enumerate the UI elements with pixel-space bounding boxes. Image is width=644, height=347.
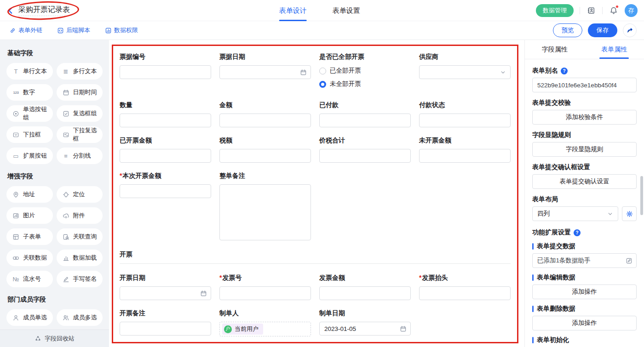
layout-settings-button[interactable] — [622, 206, 637, 221]
order-note-textarea[interactable] — [219, 184, 311, 240]
field-dropdown[interactable]: 下拉框 — [6, 126, 53, 143]
back-button[interactable] — [6, 6, 15, 15]
help-icon[interactable]: ? — [561, 68, 568, 74]
scrollbar-thumb[interactable] — [640, 176, 643, 215]
field-current-invoice-amount[interactable]: * 本次开票金额 — [120, 172, 211, 240]
data-permission-button[interactable]: 数据权限 — [105, 26, 138, 34]
supplier-select[interactable] — [419, 65, 511, 79]
field-order-note[interactable]: 整单备注 — [219, 172, 311, 240]
layout-select[interactable]: 四列 — [532, 206, 618, 221]
user-tag-icon: 户 — [224, 325, 232, 333]
create-date-input[interactable]: 2023-01-05 — [319, 322, 411, 336]
field-recycle-bin[interactable]: 字段回收站 — [0, 330, 109, 347]
contacts-book-icon[interactable] — [586, 6, 596, 16]
form-alias-input[interactable]: 522b9e101fe6e3e1ebb450f4 — [532, 78, 637, 92]
notification-bell-icon[interactable] — [609, 6, 619, 16]
tab-form-properties[interactable]: 表单属性 — [585, 40, 644, 59]
share-button[interactable] — [623, 23, 637, 37]
field-address[interactable]: 地址 — [6, 186, 53, 203]
current-user-tag[interactable]: 户 当前用户 — [222, 324, 263, 335]
help-icon[interactable]: ? — [574, 229, 581, 236]
field-create-date[interactable]: 制单日期 2023-01-05 — [319, 309, 411, 336]
invoice-note-input[interactable] — [120, 322, 211, 336]
invoice-date-input[interactable] — [120, 286, 211, 300]
invoice-amount-input[interactable] — [319, 286, 411, 300]
field-total-with-tax[interactable]: 价税合计 — [319, 137, 411, 163]
field-single-line-text[interactable]: T 单行文本 — [6, 63, 53, 80]
bill-date-input[interactable] — [219, 65, 311, 79]
visibility-rules-button[interactable]: 字段显隐规则 — [532, 142, 637, 157]
uninvoiced-amount-input[interactable] — [419, 149, 511, 163]
field-signature[interactable]: 手写签名 — [57, 271, 103, 287]
total-with-tax-input[interactable] — [319, 149, 411, 163]
invoiced-amount-input[interactable] — [120, 149, 211, 163]
enhanced-fields-grid: 地址 定位 图片 附件 子表单 关联查询 关联数据 数据加载 — [6, 186, 103, 287]
field-invoice-amount[interactable]: 发票金额 — [319, 274, 411, 300]
data-manage-button[interactable]: 数据管理 — [536, 4, 574, 17]
field-extend-button[interactable]: ▭ 扩展按钮 — [6, 148, 53, 164]
section-divider-invoice[interactable]: 开票 — [120, 250, 511, 264]
external-link-button[interactable]: 表单外链 — [9, 26, 42, 34]
field-invoiced-amount[interactable]: 已开票金额 — [120, 137, 211, 163]
invoice-no-input[interactable] — [219, 286, 311, 300]
field-supplier[interactable]: 供应商 — [419, 53, 511, 88]
edit-data-add-button[interactable]: 添加操作 — [532, 284, 637, 299]
submit-data-assistant[interactable]: 已添加1条数据助手 — [532, 253, 637, 268]
field-fully-invoiced[interactable]: 是否已全部开票 已全部开票 未全部开票 — [319, 53, 411, 88]
field-uninvoiced-amount[interactable]: 未开票金额 — [419, 137, 511, 163]
field-invoice-date[interactable]: 开票日期 — [120, 274, 211, 300]
field-datetime[interactable]: 日期时间 — [57, 84, 103, 101]
form-title[interactable]: 采购开票记录表 — [18, 5, 70, 16]
paid-input[interactable] — [319, 114, 411, 127]
field-dropdown-multi[interactable]: 下拉复选框 — [57, 126, 103, 143]
preview-button[interactable]: 预览 — [553, 23, 582, 37]
field-bill-date[interactable]: 票据日期 — [219, 53, 311, 88]
field-member-single[interactable]: 成员单选 — [6, 309, 53, 326]
bill-no-input[interactable] — [120, 65, 211, 79]
form-design-canvas[interactable]: 票据编号 票据日期 是否已全部开票 已全部开票 未全 — [109, 40, 524, 347]
avatar[interactable]: 存 — [625, 4, 638, 17]
field-data-load[interactable]: 数据加载 — [57, 250, 103, 266]
submit-confirm-button[interactable]: 表单提交确认设置 — [532, 174, 637, 189]
tab-form-settings[interactable]: 表单设置 — [333, 0, 360, 21]
amount-input[interactable] — [219, 114, 311, 127]
creator-input[interactable]: 户 当前用户 — [219, 322, 311, 336]
field-divider[interactable]: ≡ 分割线 — [57, 148, 103, 164]
field-location[interactable]: 定位 — [57, 186, 103, 203]
field-multi-line-text[interactable]: ≣ 多行文本 — [57, 63, 103, 80]
field-quantity[interactable]: 数量 — [120, 101, 211, 127]
tab-field-properties[interactable]: 字段属性 — [525, 40, 585, 59]
add-validation-button[interactable]: 添加校验条件 — [532, 110, 637, 125]
current-invoice-amount-input[interactable] — [120, 184, 211, 198]
tax-input[interactable] — [219, 149, 311, 163]
save-button[interactable]: 保存 — [588, 23, 617, 37]
field-attachment[interactable]: 附件 — [57, 207, 103, 224]
edit-icon[interactable] — [626, 257, 632, 264]
field-invoice-title[interactable]: * 发票抬头 — [419, 274, 511, 300]
field-subform[interactable]: 子表单 — [6, 228, 53, 245]
field-pay-status[interactable]: 付款状态 — [419, 101, 511, 127]
field-linked-query[interactable]: 关联查询 — [57, 228, 103, 245]
backend-script-button[interactable]: 后端脚本 — [57, 26, 90, 34]
field-image[interactable]: 图片 — [6, 207, 53, 224]
field-radio-group[interactable]: 单选按钮组 — [6, 105, 53, 122]
field-bill-no[interactable]: 票据编号 — [120, 53, 211, 88]
invoice-title-input[interactable] — [419, 286, 511, 300]
field-checkbox-group[interactable]: 复选框组 — [57, 105, 103, 122]
radio-option-not-all-invoiced[interactable]: 未全部开票 — [319, 80, 411, 88]
tab-form-design[interactable]: 表单设计 — [279, 0, 307, 21]
delete-data-add-button[interactable]: 添加操作 — [532, 316, 637, 330]
field-serial-number[interactable]: № 流水号 — [6, 271, 53, 287]
radio-option-all-invoiced[interactable]: 已全部开票 — [319, 67, 411, 75]
field-amount[interactable]: 金额 — [219, 101, 311, 127]
field-invoice-note[interactable]: 开票备注 — [120, 309, 211, 336]
field-paid[interactable]: 已付款 — [319, 101, 411, 127]
field-linked-data[interactable]: 关联数据 — [6, 250, 53, 266]
field-number[interactable]: 123 数字 — [6, 84, 53, 101]
field-member-multi[interactable]: 成员多选 — [57, 309, 103, 326]
field-invoice-no[interactable]: * 发票号 — [219, 274, 311, 300]
field-creator[interactable]: 制单人 户 当前用户 — [219, 309, 311, 336]
quantity-input[interactable] — [120, 114, 211, 127]
field-tax[interactable]: 税额 — [219, 137, 311, 163]
pay-status-input[interactable] — [419, 114, 511, 127]
